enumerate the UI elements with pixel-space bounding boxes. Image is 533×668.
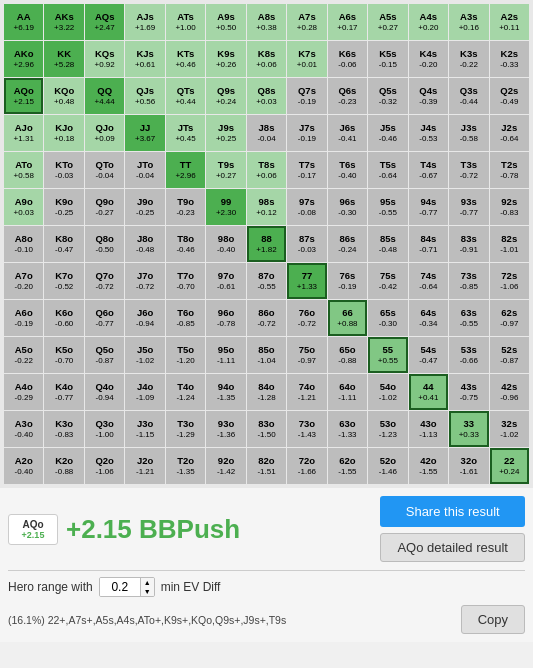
cell-aks[interactable]: AKs+3.22 [44,4,83,40]
cell-q7s[interactable]: Q7s-0.19 [287,78,326,114]
cell-q5o[interactable]: Q5o-0.87 [85,337,124,373]
cell-a3s[interactable]: A3s+0.16 [449,4,488,40]
cell-43o[interactable]: 43o-1.13 [409,411,448,447]
cell-j5o[interactable]: J5o-1.02 [125,337,164,373]
cell-84o[interactable]: 84o-1.28 [247,374,286,410]
cell-q2o[interactable]: Q2o-1.06 [85,448,124,484]
cell-32o[interactable]: 32o-1.61 [449,448,488,484]
cell-98s[interactable]: 98s+0.12 [247,189,286,225]
cell-76s[interactable]: 76s-0.19 [328,263,367,299]
cell-74o[interactable]: 74o-1.21 [287,374,326,410]
cell-k3o[interactable]: K3o-0.83 [44,411,83,447]
cell-a6o[interactable]: A6o-0.19 [4,300,43,336]
cell-j3s[interactable]: J3s-0.58 [449,115,488,151]
cell-94o[interactable]: 94o-1.35 [206,374,245,410]
cell-62s[interactable]: 62s-0.97 [490,300,529,336]
cell-a2o[interactable]: A2o-0.40 [4,448,43,484]
cell-72s[interactable]: 72s-1.06 [490,263,529,299]
cell-54o[interactable]: 54o-1.02 [368,374,407,410]
cell-98o[interactable]: 98o-0.40 [206,226,245,262]
cell-a7o[interactable]: A7o-0.20 [4,263,43,299]
cell-aqs[interactable]: AQs+2.47 [85,4,124,40]
cell-k5o[interactable]: K5o-0.70 [44,337,83,373]
cell-k3s[interactable]: K3s-0.22 [449,41,488,77]
cell-t2s[interactable]: T2s-0.78 [490,152,529,188]
cell-k6s[interactable]: K6s-0.06 [328,41,367,77]
cell-t5s[interactable]: T5s-0.64 [368,152,407,188]
cell-t8o[interactable]: T8o-0.46 [166,226,205,262]
cell-ako[interactable]: AKo+2.96 [4,41,43,77]
cell-k2s[interactable]: K2s-0.33 [490,41,529,77]
cell-87s[interactable]: 87s-0.03 [287,226,326,262]
cell-t7s[interactable]: T7s-0.17 [287,152,326,188]
cell-75s[interactable]: 75s-0.42 [368,263,407,299]
cell-54s[interactable]: 54s-0.47 [409,337,448,373]
cell-a7s[interactable]: A7s+0.28 [287,4,326,40]
cell-k8o[interactable]: K8o-0.47 [44,226,83,262]
cell-77[interactable]: 77+1.33 [287,263,326,299]
cell-q6o[interactable]: Q6o-0.77 [85,300,124,336]
cell-97o[interactable]: 97o-0.61 [206,263,245,299]
cell-95s[interactable]: 95s-0.55 [368,189,407,225]
cell-j2o[interactable]: J2o-1.21 [125,448,164,484]
cell-k8s[interactable]: K8s+0.06 [247,41,286,77]
cell-j7o[interactable]: J7o-0.72 [125,263,164,299]
cell-65s[interactable]: 65s-0.30 [368,300,407,336]
cell-j3o[interactable]: J3o-1.15 [125,411,164,447]
cell-j9s[interactable]: J9s+0.25 [206,115,245,151]
cell-j9o[interactable]: J9o-0.25 [125,189,164,225]
cell-83o[interactable]: 83o-1.50 [247,411,286,447]
cell-kk[interactable]: KK+5.28 [44,41,83,77]
cell-k7s[interactable]: K7s+0.01 [287,41,326,77]
cell-t6o[interactable]: T6o-0.85 [166,300,205,336]
cell-a2s[interactable]: A2s+0.11 [490,4,529,40]
cell-qjo[interactable]: QJo+0.09 [85,115,124,151]
cell-q6s[interactable]: Q6s-0.23 [328,78,367,114]
cell-92s[interactable]: 92s-0.83 [490,189,529,225]
cell-32s[interactable]: 32s-1.02 [490,411,529,447]
cell-a9o[interactable]: A9o+0.03 [4,189,43,225]
cell-j8o[interactable]: J8o-0.48 [125,226,164,262]
cell-q5s[interactable]: Q5s-0.32 [368,78,407,114]
cell-a3o[interactable]: A3o-0.40 [4,411,43,447]
cell-22[interactable]: 22+0.24 [490,448,529,484]
cell-82o[interactable]: 82o-1.51 [247,448,286,484]
cell-62o[interactable]: 62o-1.55 [328,448,367,484]
cell-76o[interactable]: 76o-0.72 [287,300,326,336]
cell-t3s[interactable]: T3s-0.72 [449,152,488,188]
cell-63s[interactable]: 63s-0.55 [449,300,488,336]
cell-a9s[interactable]: A9s+0.50 [206,4,245,40]
cell-kjo[interactable]: KJo+0.18 [44,115,83,151]
cell-j8s[interactable]: J8s-0.04 [247,115,286,151]
cell-88[interactable]: 88+1.82 [247,226,286,262]
cell-85s[interactable]: 85s-0.48 [368,226,407,262]
cell-kto[interactable]: KTo-0.03 [44,152,83,188]
cell-q9s[interactable]: Q9s+0.24 [206,78,245,114]
cell-a5o[interactable]: A5o-0.22 [4,337,43,373]
spinner-up[interactable]: ▲ [141,578,154,587]
cell-t7o[interactable]: T7o-0.70 [166,263,205,299]
cell-kqo[interactable]: KQo+0.48 [44,78,83,114]
cell-kqs[interactable]: KQs+0.92 [85,41,124,77]
cell-q4o[interactable]: Q4o-0.94 [85,374,124,410]
cell-j5s[interactable]: J5s-0.46 [368,115,407,151]
cell-t9s[interactable]: T9s+0.27 [206,152,245,188]
cell-63o[interactable]: 63o-1.33 [328,411,367,447]
cell-kjs[interactable]: KJs+0.61 [125,41,164,77]
cell-a8o[interactable]: A8o-0.10 [4,226,43,262]
cell-tt[interactable]: TT+2.96 [166,152,205,188]
cell-a5s[interactable]: A5s+0.27 [368,4,407,40]
cell-92o[interactable]: 92o-1.42 [206,448,245,484]
cell-42o[interactable]: 42o-1.55 [409,448,448,484]
cell-qq[interactable]: QQ+4.44 [85,78,124,114]
cell-33[interactable]: 33+0.33 [449,411,488,447]
cell-83s[interactable]: 83s-0.91 [449,226,488,262]
cell-k9s[interactable]: K9s+0.26 [206,41,245,77]
cell-jto[interactable]: JTo-0.04 [125,152,164,188]
cell-j7s[interactable]: J7s-0.19 [287,115,326,151]
cell-82s[interactable]: 82s-1.01 [490,226,529,262]
cell-qts[interactable]: QTs+0.44 [166,78,205,114]
spinner-down[interactable]: ▼ [141,587,154,596]
cell-85o[interactable]: 85o-1.04 [247,337,286,373]
cell-55[interactable]: 55+0.55 [368,337,407,373]
